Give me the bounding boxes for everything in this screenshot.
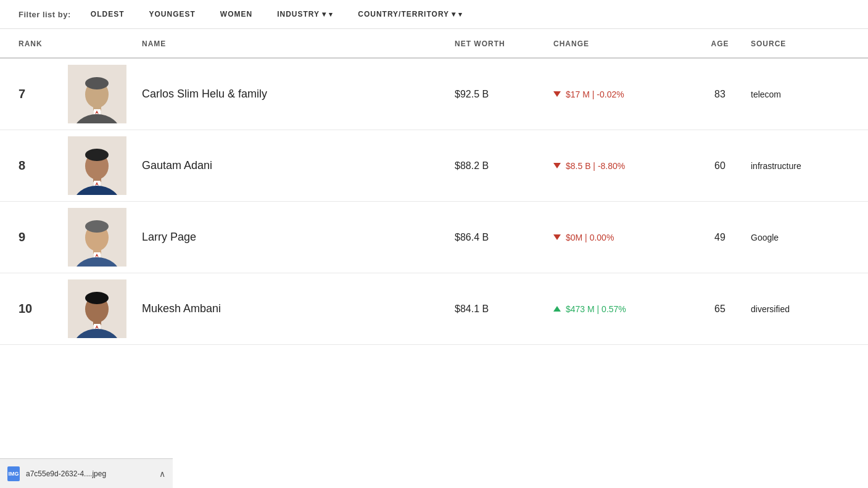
age-value: 65	[714, 304, 725, 314]
download-bar: IMG a7c55e9d-2632-4....jpeg ∧	[0, 458, 173, 488]
trend-down-icon	[553, 234, 561, 240]
net-worth-value: $86.4 B	[455, 232, 489, 242]
rank-number: 7	[19, 87, 25, 101]
filter-country[interactable]: COUNTRY/TERRITORY ▾	[353, 7, 468, 21]
header-networth: NET WORTH	[455, 39, 505, 48]
trend-down-icon	[553, 91, 561, 97]
source-value: telecom	[751, 89, 781, 99]
svg-point-11	[85, 149, 109, 161]
header-change: CHANGE	[553, 39, 589, 48]
rank-number: 8	[19, 159, 25, 172]
filter-bar: Filter list by: OLDEST YOUNGEST WOMEN IN…	[0, 0, 868, 29]
filter-label: Filter list by:	[19, 10, 71, 19]
table-row[interactable]: 7 Carlos Slim Helu & family $92.5 B $17 …	[0, 59, 868, 130]
source-value: Google	[751, 233, 779, 242]
file-icon: IMG	[7, 466, 20, 481]
net-worth-value: $88.2 B	[455, 160, 489, 171]
age-value: 49	[714, 232, 725, 242]
download-filename: a7c55e9d-2632-4....jpeg	[26, 469, 153, 478]
svg-point-18	[85, 220, 109, 233]
net-worth-value: $92.5 B	[455, 89, 489, 99]
table-row[interactable]: 9 Larry Page $86.4 B $0M | 0.00% 49	[0, 202, 868, 273]
table-body: 7 Carlos Slim Helu & family $92.5 B $17 …	[0, 59, 868, 345]
filter-women[interactable]: WOMEN	[215, 7, 257, 21]
change-value: $0M | 0.00%	[553, 233, 689, 242]
person-name: Mukesh Ambani	[142, 302, 221, 315]
source-value: infrastructure	[751, 161, 801, 171]
person-name: Carlos Slim Helu & family	[142, 88, 267, 100]
person-name: Larry Page	[142, 231, 196, 243]
source-value: diversified	[751, 304, 790, 314]
person-photo	[68, 136, 126, 195]
filter-youngest[interactable]: YOUNGEST	[144, 7, 200, 21]
person-photo	[68, 208, 126, 267]
person-photo	[68, 279, 126, 338]
age-value: 60	[714, 160, 725, 171]
trend-up-icon	[553, 306, 561, 312]
download-chevron[interactable]: ∧	[159, 469, 165, 479]
header-age: AGE	[711, 39, 729, 48]
change-value: $17 M | -0.02%	[553, 89, 689, 99]
age-value: 83	[714, 89, 725, 99]
table-row[interactable]: 10 Mukesh Ambani $84.1 B $473 M | 0.57%	[0, 273, 868, 345]
svg-point-4	[85, 77, 109, 89]
rank-number: 10	[19, 302, 32, 315]
filter-industry[interactable]: INDUSTRY ▾	[272, 7, 338, 21]
header-source: SOURCE	[751, 39, 786, 48]
change-value: $473 M | 0.57%	[553, 304, 689, 314]
table-header: RANK NAME NET WORTH CHANGE AGE SOURCE	[0, 29, 868, 59]
trend-down-icon	[553, 163, 561, 168]
filter-oldest[interactable]: OLDEST	[86, 7, 130, 21]
header-name: NAME	[142, 39, 166, 48]
person-photo	[68, 65, 126, 123]
header-rank: RANK	[19, 39, 43, 48]
svg-point-25	[85, 292, 109, 304]
person-name: Gautam Adani	[142, 159, 212, 172]
rank-number: 9	[19, 230, 25, 244]
change-value: $8.5 B | -8.80%	[553, 161, 689, 171]
table-row[interactable]: 8 Gautam Adani $88.2 B $8.5 B | -8.80% 6	[0, 130, 868, 202]
net-worth-value: $84.1 B	[455, 304, 489, 314]
